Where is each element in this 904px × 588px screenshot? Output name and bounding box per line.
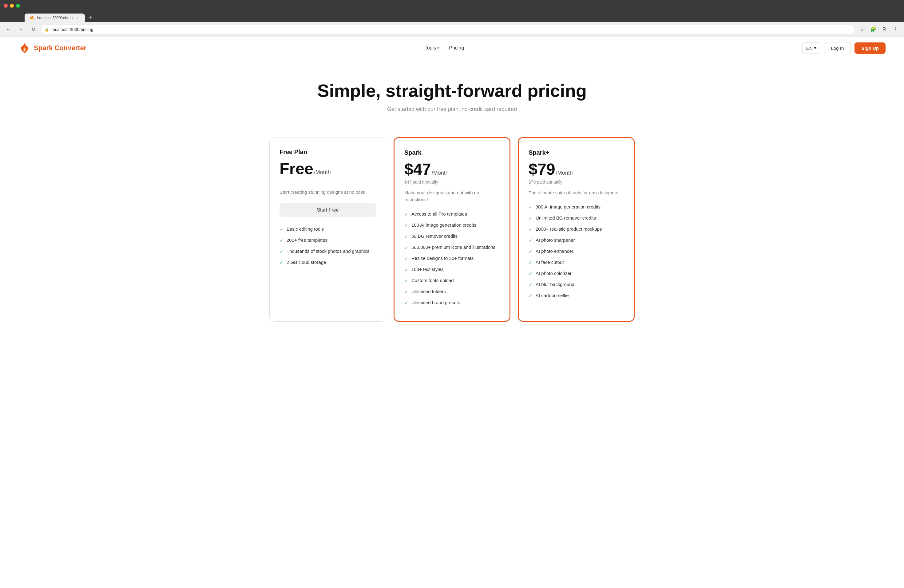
check-icon: ✓ xyxy=(405,255,408,262)
pricing-nav-link[interactable]: Pricing xyxy=(449,45,464,51)
menu-button[interactable]: ⋮ xyxy=(890,25,900,35)
list-item: ✓ AI face cutout xyxy=(529,259,624,266)
back-button[interactable]: ← xyxy=(4,25,14,35)
logo-text: Spark Converter xyxy=(34,44,86,52)
nav-actions: EN ▾ Log In Sign Up xyxy=(802,42,885,54)
pricing-label: Pricing xyxy=(449,45,464,51)
spark-annual-note: $47 paid annually xyxy=(405,180,499,185)
address-text: localhost:3000/pricing xyxy=(52,27,851,32)
free-plan-card: Free Plan Free /Month Start creating stu… xyxy=(269,137,386,322)
feature-text: 2000+ realistic product mockups xyxy=(536,226,602,232)
lang-label: EN xyxy=(806,46,813,51)
spark-price-period: /Month xyxy=(432,170,449,176)
check-icon: ✓ xyxy=(405,288,408,295)
feature-text: AI cartoon selfie xyxy=(536,292,569,299)
nav-links: Tools ▾ Pricing xyxy=(425,45,464,51)
website: Spark Converter Tools ▾ Pricing EN ▾ Log… xyxy=(0,37,904,588)
login-button[interactable]: Log In xyxy=(824,42,851,54)
forward-button[interactable]: → xyxy=(16,25,26,35)
check-icon: ✓ xyxy=(280,237,283,243)
main-navigation: Spark Converter Tools ▾ Pricing EN ▾ Log… xyxy=(0,37,904,59)
list-item: ✓ Access to all Pro templates xyxy=(405,211,499,217)
profile-button[interactable]: R xyxy=(879,25,889,35)
check-icon: ✓ xyxy=(280,248,283,254)
traffic-lights xyxy=(4,4,20,8)
check-icon: ✓ xyxy=(405,266,408,273)
check-icon: ✓ xyxy=(529,292,533,299)
list-item: ✓ Unlimited BG remover credits xyxy=(529,215,624,221)
spark-plan-price: $47 /Month xyxy=(405,160,499,179)
free-annual-note xyxy=(280,179,376,184)
spark-plus-plan-card: Spark+ $79 /Month $79 paid annually The … xyxy=(518,137,635,322)
start-free-button[interactable]: Start Free xyxy=(280,203,376,217)
list-item: ✓ AI photo sharpener xyxy=(529,237,624,243)
signup-button[interactable]: Sign Up xyxy=(855,43,885,54)
active-tab[interactable]: 🔥 localhost:3000/pricing × xyxy=(25,14,85,22)
free-plan-description: Start creating stunning designs at no co… xyxy=(280,189,376,196)
spark-features-list: ✓ Access to all Pro templates ✓ 100 AI i… xyxy=(405,211,499,306)
spark-price-amount: $47 xyxy=(405,160,431,179)
logo-link[interactable]: Spark Converter xyxy=(19,42,86,54)
refresh-button[interactable]: ↻ xyxy=(28,25,38,35)
spark-plus-price-amount: $79 xyxy=(529,160,555,179)
feature-text: AI face cutout xyxy=(536,259,564,266)
feature-text: AI photo enhancer xyxy=(536,248,574,254)
list-item: ✓ 200+ free templates xyxy=(280,237,376,243)
tab-bar: 🔥 localhost:3000/pricing × + xyxy=(0,11,904,22)
list-item: ✓ AI cartoon selfie xyxy=(529,292,624,299)
new-tab-button[interactable]: + xyxy=(86,14,95,22)
feature-text: 100+ text styles xyxy=(411,266,444,272)
bookmark-button[interactable]: ☆ xyxy=(857,25,867,35)
spark-plus-price-period: /Month xyxy=(556,170,573,176)
check-icon: ✓ xyxy=(280,259,283,266)
check-icon: ✓ xyxy=(529,281,533,288)
list-item: ✓ AI photo colorizer xyxy=(529,270,624,277)
feature-text: Basic editing tools xyxy=(286,226,324,232)
feature-text: 200+ free templates xyxy=(286,237,327,243)
browser-toolbar: ← → ↻ 🔒 localhost:3000/pricing ☆ 🧩 R ⋮ xyxy=(0,22,904,37)
check-icon: ✓ xyxy=(405,300,408,306)
feature-text: Unlimited folders xyxy=(411,288,446,295)
free-price-amount: Free xyxy=(280,159,313,178)
check-icon: ✓ xyxy=(529,215,533,221)
feature-text: Resize designs to 30+ formats xyxy=(411,255,474,261)
check-icon: ✓ xyxy=(405,277,408,284)
minimize-window-button[interactable] xyxy=(10,4,14,8)
list-item: ✓ 500,000+ premium icons and illustratio… xyxy=(405,244,499,251)
list-item: ✓ Resize designs to 30+ formats xyxy=(405,255,499,262)
spark-plus-plan-description: The ultimate suite of tools for non-desi… xyxy=(529,190,624,196)
feature-text: Thousands of stock photos and graphics xyxy=(286,248,369,254)
hero-subtitle: Get started with our free plan, no credi… xyxy=(19,106,885,112)
tools-nav-link[interactable]: Tools ▾ xyxy=(425,45,439,51)
close-window-button[interactable] xyxy=(4,4,8,8)
lang-chevron-icon: ▾ xyxy=(814,45,816,51)
maximize-window-button[interactable] xyxy=(16,4,20,8)
pricing-section: Free Plan Free /Month Start creating stu… xyxy=(0,128,904,340)
tab-close-button[interactable]: × xyxy=(75,15,80,20)
extensions-button[interactable]: 🧩 xyxy=(868,25,878,35)
check-icon: ✓ xyxy=(280,226,283,232)
toolbar-actions: ☆ 🧩 R ⋮ xyxy=(857,25,900,35)
check-icon: ✓ xyxy=(529,248,533,254)
spark-plan-card: Spark $47 /Month $47 paid annually Make … xyxy=(394,137,510,322)
hero-section: Simple, straight-forward pricing Get sta… xyxy=(0,59,904,128)
list-item: ✓ Unlimited brand presets xyxy=(405,299,499,306)
check-icon: ✓ xyxy=(529,226,533,232)
free-features-list: ✓ Basic editing tools ✓ 200+ free templa… xyxy=(280,226,376,266)
list-item: ✓ 2000+ realistic product mockups xyxy=(529,226,624,232)
spark-plan-name: Spark xyxy=(405,149,499,156)
address-bar[interactable]: 🔒 localhost:3000/pricing xyxy=(41,25,855,35)
check-icon: ✓ xyxy=(405,244,408,251)
feature-text: AI photo colorizer xyxy=(536,270,572,277)
list-item: ✓ Thousands of stock photos and graphics xyxy=(280,248,376,254)
feature-text: AI photo sharpener xyxy=(536,237,575,243)
list-item: ✓ 100 AI image generation credits xyxy=(405,222,499,229)
browser-titlebar xyxy=(0,0,904,11)
logo-icon xyxy=(19,42,31,54)
language-selector[interactable]: EN ▾ xyxy=(802,43,820,54)
list-item: ✓ 2 GB cloud storage xyxy=(280,259,376,266)
feature-text: 2 GB cloud storage xyxy=(286,259,326,266)
feature-text: 300 AI image generation credits xyxy=(536,204,601,210)
tab-title: localhost:3000/pricing xyxy=(37,16,73,20)
list-item: ✓ AI photo enhancer xyxy=(529,248,624,254)
